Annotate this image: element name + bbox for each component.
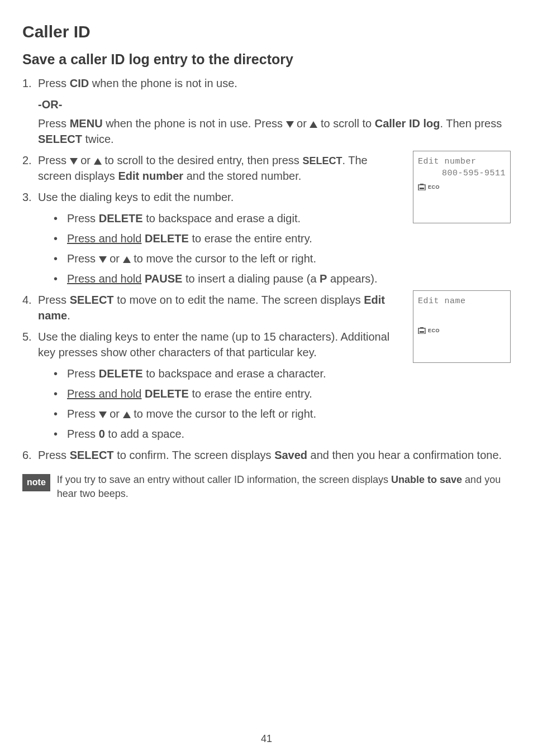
text: Press [67,252,99,265]
text-bold: SELECT [70,449,114,461]
page-title: Caller ID [22,22,511,41]
text: when the phone is not in use. [89,77,237,89]
step-3-bullets: Press DELETE to backspace and erase a di… [54,210,428,286]
up-triangle-icon [123,412,131,418]
text-bold: DELETE [99,367,143,380]
down-triangle-icon [99,256,107,263]
text: or [294,117,310,130]
down-triangle-icon [286,121,294,128]
text: Press [38,449,70,461]
step-6: 6. Press SELECT to confirm. The screen d… [22,447,511,463]
text-bold: SELECT [38,133,82,145]
up-triangle-icon [94,158,102,165]
or-label: -OR- [38,97,511,112]
list-item: Press and hold PAUSE to insert a dialing… [54,271,428,286]
battery-icon [418,184,426,190]
text-bold: DELETE [145,232,189,245]
step-4: 4. Press SELECT to move on to edit the n… [22,292,397,323]
step-number: 3. [22,189,38,205]
step-1: 1. Press CID when the phone is not in us… [22,75,511,91]
phone-screen-edit-number: Edit number 800-595-9511 ECO [413,151,511,223]
text: appears). [327,272,377,285]
text-bold: MENU [70,117,103,130]
step-5: 5. Use the dialing keys to enter the nam… [22,329,397,360]
text: Press [67,408,99,420]
note-badge: note [22,474,50,491]
down-triangle-icon [70,158,78,165]
text: to move the cursor to the left or right. [131,252,316,265]
text: to backspace and erase a digit. [143,212,301,224]
list-item: Press and hold DELETE to erase the entir… [54,386,428,401]
up-triangle-icon [123,256,131,263]
text-bold: SELECT [302,155,342,166]
text-bold: P [320,272,327,285]
text: and then you hear a confirmation tone. [307,449,502,461]
text-bold: Unable to save [391,474,462,485]
page-number: 41 [0,733,533,745]
text-bold: CID [70,77,89,89]
text: to add a space. [105,428,184,440]
step-3: 3. Use the dialing keys to edit the numb… [22,189,397,205]
text: Press [38,154,70,166]
text: to move the cursor to the left or right. [131,408,316,420]
text: to scroll to [317,117,374,130]
text: to backspace and erase a character. [143,367,326,380]
text-bold: PAUSE [145,272,182,285]
step-number: 2. [22,152,38,184]
screen-line: Edit name [418,296,506,306]
text-bold: DELETE [99,212,143,224]
text-bold: DELETE [145,387,189,400]
step-number: 6. [22,447,38,463]
text: to scroll to the desired entry, then pre… [102,154,303,166]
text: or [107,252,123,265]
step-5-bullets: Press DELETE to backspace and erase a ch… [54,366,428,442]
eco-label: ECO [428,184,440,190]
text: Press [38,117,70,130]
list-item: Press and hold DELETE to erase the entir… [54,231,428,246]
text-bold: SELECT [70,294,114,306]
up-triangle-icon [310,121,317,128]
section-title: Save a caller ID log entry to the direct… [22,51,511,68]
text-bold: Caller ID log [375,117,440,130]
text: to insert a dialing pause (a [182,272,320,285]
text: Press [67,428,99,440]
list-item: Press DELETE to backspace and erase a di… [54,210,428,226]
svg-rect-5 [420,331,424,333]
text: Use the dialing keys to enter the name (… [38,331,389,358]
text: and the stored number. [183,170,301,182]
list-item: Press or to move the cursor to the left … [54,251,428,266]
text: Press [67,367,99,380]
text: to erase the entire entry. [189,387,312,400]
text-bold: 0 [99,428,105,440]
text: If you try to save an entry without call… [57,474,391,485]
text: or [107,408,123,420]
screen-line: 800-595-9511 [418,169,506,178]
text-underline: Press and hold [67,272,141,285]
step-number: 4. [22,292,38,323]
text-underline: Press and hold [67,387,141,400]
text-bold: Saved [274,449,307,461]
text: Press [67,212,99,224]
list-item: Press 0 to add a space. [54,426,428,442]
down-triangle-icon [99,412,107,418]
text: Press [38,294,70,306]
step-number: 1. [22,75,38,91]
text: to erase the entire entry. [189,232,312,245]
text: when the phone is not in use. Press [103,117,286,130]
step-number: 5. [22,329,38,360]
battery-icon [418,327,426,334]
text: Use the dialing keys to edit the number. [38,191,234,203]
note: note If you try to save an entry without… [22,473,511,501]
text: to move on to edit the name. The screen … [114,294,364,306]
text: . [67,309,70,322]
phone-screen-edit-name: Edit name ECO [413,290,511,363]
text: . Then press [440,117,502,130]
text-underline: Press and hold [67,232,141,245]
screen-line: Edit number [418,157,506,166]
text: to confirm. The screen displays [114,449,275,461]
step-2: 2. Press or to scroll to the desired ent… [22,152,397,184]
step-1-alt: Press MENU when the phone is not in use.… [38,116,511,147]
eco-label: ECO [428,328,440,333]
svg-rect-2 [420,188,424,189]
list-item: Press DELETE to backspace and erase a ch… [54,366,428,381]
